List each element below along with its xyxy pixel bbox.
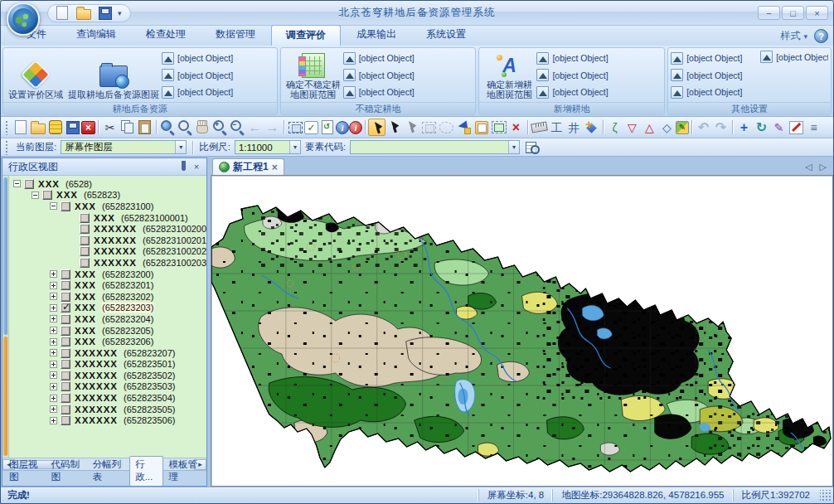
ribbon-small-button[interactable]: [object Object] <box>536 51 662 66</box>
checkbox[interactable] <box>61 381 70 391</box>
checkbox[interactable] <box>61 359 70 369</box>
ribbon-small-button[interactable]: [object Object] <box>671 67 760 83</box>
checkbox[interactable] <box>24 179 34 189</box>
undo-icon[interactable]: ↶ <box>695 119 712 136</box>
expander-icon[interactable] <box>13 180 21 187</box>
identify-icon[interactable]: i <box>349 121 362 134</box>
tree-item[interactable]: XXXXXX (652823501) <box>9 359 206 371</box>
current-layer-select[interactable]: 屏幕作图层 ▾ <box>61 140 187 154</box>
map-document-tab[interactable]: 新工程1 × <box>212 158 284 175</box>
copy-icon[interactable] <box>119 119 136 136</box>
tab-code-map[interactable]: 代码制图 <box>46 457 86 486</box>
tab-template-manage[interactable]: 模板管理 <box>164 457 205 486</box>
save-icon[interactable] <box>96 4 114 22</box>
tab-next-icon[interactable]: ▷ <box>820 162 827 172</box>
snap-icon[interactable]: ζ <box>606 119 623 136</box>
tab-result-output[interactable]: 成果输出 <box>342 25 410 46</box>
maximize-button[interactable]: □ <box>782 6 804 20</box>
paste-icon[interactable] <box>136 119 153 136</box>
rotate-icon[interactable]: ↻ <box>753 119 770 136</box>
pointer-blue-flag-icon[interactable] <box>455 119 473 136</box>
new-document-icon[interactable] <box>53 4 70 22</box>
expander-icon[interactable] <box>50 293 57 300</box>
checkbox[interactable] <box>61 393 70 403</box>
qat-dropdown-icon[interactable]: ▾ <box>118 9 122 17</box>
vertical-scrollbar[interactable] <box>2 176 9 458</box>
cut-icon[interactable]: ✂ <box>101 119 119 136</box>
scale-select[interactable]: 1:11000 ▾ <box>235 140 301 154</box>
checkbox[interactable] <box>61 280 70 290</box>
checkbox[interactable] <box>61 303 70 313</box>
scrollbar-thumb[interactable] <box>3 177 7 335</box>
open-folder-icon[interactable] <box>75 4 92 22</box>
app-orb-icon[interactable] <box>7 2 40 36</box>
checkbox[interactable] <box>80 258 90 268</box>
ribbon-small-button[interactable]: [object Object] <box>343 85 473 100</box>
map-canvas[interactable] <box>211 175 833 487</box>
checkbox[interactable] <box>61 371 70 380</box>
chevron-down-icon[interactable]: ▾ <box>175 141 186 153</box>
forward-icon[interactable]: → <box>264 119 281 136</box>
panel-close-icon[interactable]: × <box>190 161 203 173</box>
checkbox[interactable] <box>61 269 70 279</box>
checkbox[interactable] <box>61 326 70 336</box>
tree-item[interactable]: XXX (652823202) <box>9 291 206 303</box>
help-icon[interactable]: ? <box>814 29 828 43</box>
set-evaluation-area-button[interactable]: 设置评价区域 <box>6 49 65 101</box>
edit-attribute-icon[interactable]: ✎ <box>770 119 788 136</box>
ribbon-small-button[interactable]: [object Object] <box>671 51 760 66</box>
edit-region-icon[interactable]: ✎ <box>676 121 689 134</box>
ribbon-small-button[interactable]: [object Object] <box>536 67 662 83</box>
checkbox[interactable] <box>61 415 70 425</box>
ribbon-small-button[interactable]: [object Object] <box>162 67 274 83</box>
expander-icon[interactable] <box>50 270 57 278</box>
tree-item[interactable]: XXX (652823201) <box>9 279 206 291</box>
checkbox[interactable] <box>61 337 70 346</box>
tree-item[interactable]: XXXXXX (652823506) <box>9 414 206 426</box>
tree-item[interactable]: XXXXXX (652823100200) <box>9 223 206 235</box>
ribbon-small-button[interactable]: [object Object] <box>162 85 274 100</box>
pointer-black-icon[interactable] <box>385 119 403 136</box>
expander-icon[interactable] <box>50 349 57 356</box>
checkbox[interactable] <box>80 246 90 256</box>
feature-search-icon[interactable] <box>524 139 541 155</box>
expander-icon[interactable] <box>50 395 57 402</box>
zoom-window-icon[interactable] <box>177 119 194 136</box>
checkbox[interactable] <box>61 292 70 302</box>
tree-item[interactable]: XXXXXX (652823503) <box>9 381 206 393</box>
back-icon[interactable]: ← <box>246 119 264 136</box>
tree-item[interactable]: XXX (652823200) <box>9 269 206 280</box>
tab-prev-icon[interactable]: ◁ <box>805 162 812 172</box>
expander-icon[interactable] <box>50 361 57 368</box>
checkbox[interactable] <box>61 314 70 324</box>
zoom-in-icon[interactable]: + <box>211 119 229 136</box>
tab-check-process[interactable]: 检查处理 <box>132 25 200 46</box>
tree-item[interactable]: XXX (652823100001) <box>9 212 206 224</box>
info-blue-icon[interactable]: i <box>336 121 349 134</box>
tree-item[interactable]: XXXXXX (652823502) <box>9 370 206 381</box>
expander-icon[interactable] <box>50 202 57 210</box>
zoom-out-icon[interactable]: − <box>229 119 246 136</box>
pin-icon[interactable] <box>177 161 190 173</box>
pointer-multi-icon[interactable] <box>403 119 420 136</box>
zoom-rectangle-icon[interactable] <box>287 119 304 136</box>
confirm-new-farmland-range-button[interactable]: A 确定新增耕地图斑范围 <box>482 49 536 101</box>
expander-icon[interactable] <box>50 315 57 322</box>
tab-sheet-list[interactable]: 分幅列表 <box>88 457 128 486</box>
expander-icon[interactable] <box>50 304 57 312</box>
tree-item[interactable]: XXXXXX (652823207) <box>9 347 206 359</box>
ribbon-small-button[interactable]: [object Object] <box>162 51 274 66</box>
checkbox[interactable] <box>61 405 70 414</box>
tab-system-settings[interactable]: 系统设置 <box>412 25 480 46</box>
new-document-icon[interactable] <box>12 119 29 136</box>
expander-icon[interactable] <box>50 282 57 289</box>
ribbon-small-button[interactable]: [object Object] <box>536 85 662 100</box>
refresh-view-icon[interactable] <box>318 119 336 136</box>
move-icon[interactable]: + <box>735 119 753 136</box>
checkbox[interactable] <box>80 213 90 223</box>
endpoint-tool-icon[interactable]: 工 <box>548 119 565 136</box>
resize-grip[interactable] <box>820 490 832 502</box>
chevron-down-icon[interactable]: ▾ <box>289 141 300 153</box>
view-check-icon[interactable]: ✓ <box>304 121 318 134</box>
tree-item[interactable]: XXX (652823205) <box>9 325 206 337</box>
